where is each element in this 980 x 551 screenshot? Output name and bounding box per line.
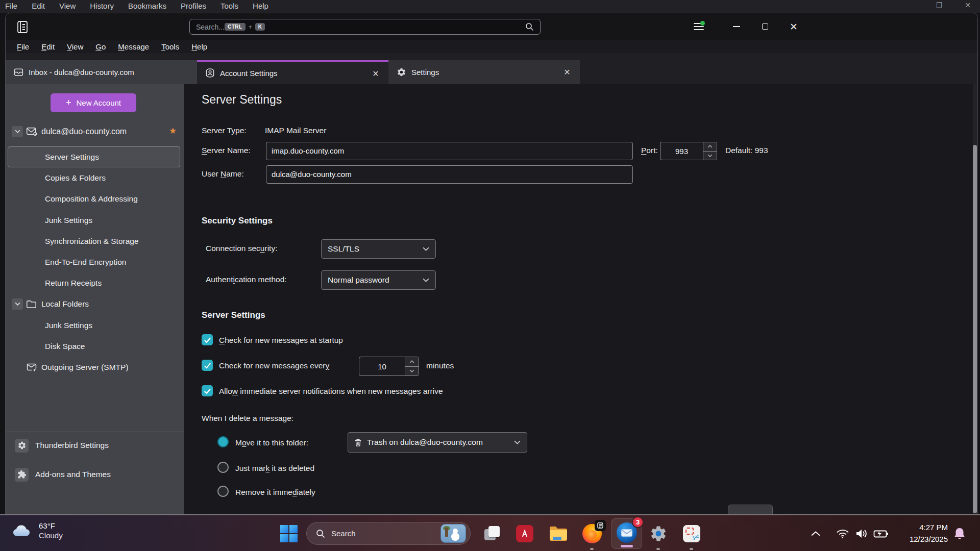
account-email-label: dulca@duo-county.com [41,127,127,136]
allow-notifications-checkbox[interactable] [202,385,213,396]
port-decrement-icon[interactable] [703,152,717,160]
bg-menu-edit[interactable]: Edit [32,2,45,10]
port-default-label: Default: 993 [725,146,768,155]
bg-menu-tools[interactable]: Tools [220,2,238,10]
scrollbar-thumb[interactable] [973,145,977,513]
sidebar-outgoing-server-row[interactable]: Outgoing Server (SMTP) [6,357,184,378]
trash-folder-select[interactable]: Trash on dulca@duo-county.com [348,432,527,453]
menu-file[interactable]: File [12,42,34,51]
volume-tray-icon[interactable] [855,515,868,551]
sidebar-addons-themes[interactable]: Add-ons and Themes [6,464,184,485]
weather-condition: Cloudy [39,531,63,540]
remove-immediately-radio[interactable] [217,486,229,497]
sidebar-item-e2e-encryption[interactable]: End-To-End Encryption [6,252,184,272]
sidebar-item-composition-addressing[interactable]: Composition & Addressing [6,188,184,209]
settings-taskbar-button[interactable] [649,524,668,543]
sidebar-account-row[interactable]: dulca@duo-county.com ★ [6,121,184,142]
tab-bar: Inbox - dulca@duo-county.com Account Set… [6,53,977,84]
tab-inbox[interactable]: Inbox - dulca@duo-county.com [6,60,197,84]
menu-help[interactable]: Help [186,42,212,51]
gear-icon [397,67,406,77]
tab-settings[interactable]: Settings ✕ [388,60,580,84]
bg-menu-help[interactable]: Help [253,2,268,10]
sidebar-local-folders-row[interactable]: Local Folders [6,293,184,314]
notification-bell-icon[interactable] [953,515,966,551]
plus-icon: + [66,97,71,108]
bg-menu-profiles[interactable]: Profiles [181,2,206,10]
check-every-spinner[interactable]: 10 [359,357,419,376]
tab-account-close-icon[interactable]: ✕ [370,68,381,79]
tree-image-part [445,528,448,537]
minutes-increment-icon[interactable] [405,357,419,367]
tray-overflow-button[interactable] [811,515,821,551]
sidebar-item-sync-storage[interactable]: Synchronization & Storage [6,231,184,252]
sidebar-divider [6,432,184,432]
bg-menu-file[interactable]: File [5,2,17,10]
sidebar-item-junk-settings[interactable]: Junk Settings [6,210,184,231]
taskbar-weather-widget[interactable]: 63°F Cloudy [12,521,63,540]
new-account-button[interactable]: + New Account [51,93,136,112]
chevron-down-icon [514,440,521,444]
search-highlight-image[interactable] [440,524,466,543]
maximize-button[interactable] [754,17,776,36]
connection-security-select[interactable]: SSL/TLS [321,239,436,259]
minutes-decrement-icon[interactable] [405,367,419,376]
taskbar-search[interactable]: Search [306,522,471,545]
port-spinner[interactable]: 993 [660,142,717,160]
bg-menu-bookmarks[interactable]: Bookmarks [128,2,166,10]
sidebar-item-return-receipts[interactable]: Return Receipts [6,272,184,293]
auth-method-select[interactable]: Normal password [321,270,436,290]
sidebar-item-copies-folders[interactable]: Copies & Folders [6,167,184,188]
tab-settings-label: Settings [411,68,439,77]
bg-menu-history[interactable]: History [90,2,114,10]
firefox-taskbar-button[interactable] [582,524,602,543]
taskbar-clock[interactable]: 4:27 PM 12/23/2025 [891,522,948,545]
account-settings-sidebar: + New Account dulca@duo-county.com [6,84,184,514]
advanced-button-partial[interactable] [728,505,773,514]
start-button[interactable] [279,524,299,543]
mark-deleted-radio[interactable] [217,462,229,473]
move-to-folder-radio[interactable] [217,436,229,447]
port-value[interactable]: 993 [660,142,703,160]
bg-restore-icon[interactable]: ❐ [936,1,943,9]
auth-method-label: Authentication method: [206,275,287,284]
check-startup-checkbox[interactable] [202,334,213,345]
sidebar-thunderbird-settings[interactable]: Thunderbird Settings [6,435,184,456]
sidebar-item-disk-space[interactable]: Disk Space [6,336,184,357]
thunderbird-taskbar-button[interactable]: 3 [611,518,642,549]
acrobat-taskbar-button[interactable] [515,524,534,543]
minimize-button[interactable] [725,17,748,36]
chevron-down-icon[interactable] [12,298,23,310]
close-button[interactable]: ✕ [782,17,805,36]
chevron-down-icon[interactable] [12,126,23,137]
sidebar-item-server-settings[interactable]: Server Settings [6,146,184,167]
server-name-input[interactable]: imap.duo-county.com [266,142,633,160]
wifi-tray-icon[interactable] [836,515,849,551]
content-scrollbar[interactable] [973,84,977,514]
battery-tray-icon[interactable] [873,515,889,551]
check-every-checkbox[interactable] [202,360,213,371]
menu-go[interactable]: Go [90,42,111,51]
menu-view[interactable]: View [62,42,88,51]
bg-menu-view[interactable]: View [59,2,76,10]
tab-account-settings[interactable]: Account Settings ✕ [197,60,388,84]
task-view-button[interactable] [482,524,502,543]
menu-message[interactable]: Message [113,42,154,51]
security-settings-heading: Security Settings [202,216,273,226]
menu-tools[interactable]: Tools [156,42,184,51]
check-every-value[interactable]: 10 [359,357,405,375]
chevron-down-icon [423,247,429,251]
snipping-tool-taskbar-button[interactable]: ✂ [682,524,701,543]
file-explorer-taskbar-button[interactable] [549,524,568,543]
sidebar-item-local-junk-settings[interactable]: Junk Settings [6,315,184,336]
user-name-input[interactable]: dulca@duo-county.com [266,165,633,184]
port-increment-icon[interactable] [703,142,717,152]
spaces-toolbar-icon[interactable] [15,19,30,35]
close-icon: ✕ [790,22,798,32]
menu-edit[interactable]: Edit [36,42,60,51]
bg-close-icon[interactable]: ✕ [965,1,971,9]
tab-settings-close-icon[interactable]: ✕ [561,66,573,78]
account-icon [205,68,215,78]
app-menu-button[interactable] [688,17,710,36]
global-search-input[interactable]: Search... CTRL + K [189,19,541,35]
